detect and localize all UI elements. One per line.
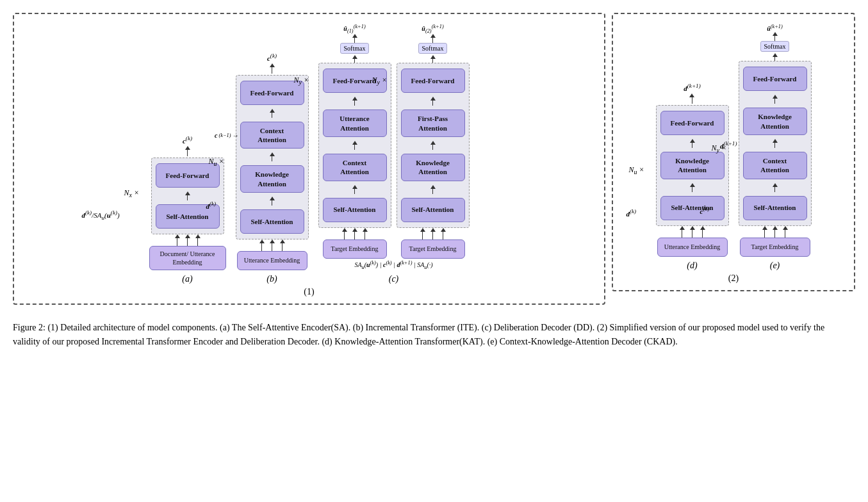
module-ff-c2: Feed-Forward <box>401 69 465 93</box>
section-2-box: d(k+1) Nu × Feed-Forward Knowledge Atten… <box>612 13 855 291</box>
module-utt-att-c1: Utterance Attention <box>323 109 387 137</box>
stack-a: Feed-Forward Self-Attention <box>151 158 224 234</box>
softmax-c1: Softmax <box>340 43 370 54</box>
module-knowledge-b: Knowledge Attention <box>240 165 304 193</box>
module-context-b: Context Attention <box>240 122 304 149</box>
input-labels-c: SAu(u(k)) | c(k) | d(k+1) | SAu(·) <box>318 260 470 270</box>
letter-b: (b) <box>266 274 277 284</box>
ny-label-c1: Ny × <box>294 76 309 86</box>
nu-label-b: Nu × <box>209 157 224 167</box>
arrow-out-a <box>185 146 190 156</box>
module-sa-c2: Self-Attention <box>401 198 465 222</box>
output-label-d: d(k+1) <box>684 83 700 92</box>
input-label-a: d(k)/SAu(u(k)) <box>82 209 120 221</box>
diagrams-row: c(k) Nx × Feed-Forward <box>13 13 855 305</box>
diagram-b: c(k) Nu × Feed-Forward <box>236 53 309 284</box>
input-label-e-d: d(k+1) <box>720 140 737 150</box>
diagram-e: û(k+1) Softmax Ny × Feed-Forward Knowled… <box>739 24 812 271</box>
stack-d: Feed-Forward Knowledge Attention Self-At… <box>656 105 729 226</box>
module-knowledge-e: Knowledge Attention <box>743 108 807 135</box>
group-num-1: (1) <box>304 287 314 297</box>
diagrams-inner-1: c(k) Nx × Feed-Forward <box>20 24 598 284</box>
module-sa-c1: Self-Attention <box>323 198 387 222</box>
module-ctx-c1: Context Attention <box>323 154 387 181</box>
input-label-d: d(k) <box>626 208 637 218</box>
nx-label-a: Nx × <box>124 188 140 198</box>
output-label-b: c(k) <box>267 53 277 62</box>
output-label-a: c(k) <box>183 135 192 145</box>
module-sa-e: Self-Attention <box>743 196 807 220</box>
output-label-c2: û(2)(k+1) <box>422 24 443 34</box>
stack-c2: Feed-Forward First-Pass Attention Knowle… <box>397 63 470 227</box>
stack-c1: Feed-Forward Utterance Attention Context… <box>318 63 391 227</box>
input-label-e-c: c(k) <box>700 206 710 215</box>
module-context-e: Context Attention <box>743 152 807 179</box>
embed-e: Target Embedding <box>740 238 810 257</box>
input-label-b: d(k) <box>206 200 217 210</box>
letter-e: (e) <box>770 261 780 271</box>
letter-c: (c) <box>389 274 399 284</box>
output-label-e: û(k+1) <box>767 24 783 32</box>
section-1-box: c(k) Nx × Feed-Forward <box>13 13 605 305</box>
stack-e: Feed-Forward Knowledge Attention Context… <box>739 61 812 225</box>
softmax-c2: Softmax <box>418 43 448 54</box>
embed-d: Utterance Embedding <box>657 238 728 257</box>
group-num-2: (2) <box>728 273 739 284</box>
embed-a: Document/ Utterance Embedding <box>149 246 226 270</box>
module-knowledge-c2: Knowledge Attention <box>401 154 465 181</box>
letter-d: (d) <box>687 261 697 271</box>
embed-c2: Target Embedding <box>401 239 465 259</box>
diagram-c: û(1)(k+1) Softmax Ny × Feed-Forward Utte… <box>318 24 470 284</box>
stack-b: Feed-Forward c(k−1) → Context Attention <box>236 75 309 239</box>
embed-c1: Target Embedding <box>323 239 387 259</box>
diagrams-inner-2: d(k+1) Nu × Feed-Forward Knowledge Atten… <box>619 24 848 271</box>
module-first-pass-c2: First-Pass Attention <box>401 109 465 137</box>
embed-b: Utterance Embedding <box>237 251 307 270</box>
letter-a: (a) <box>182 274 192 284</box>
module-ff-e: Feed-Forward <box>743 67 807 91</box>
nu-label-d: Nu × <box>629 165 644 175</box>
context-input-label-b: c(k−1) → <box>215 131 238 138</box>
main-container: c(k) Nx × Feed-Forward <box>13 13 855 350</box>
ny-label-c2: Ny × <box>372 76 388 86</box>
output-label-c1: û(1)(k+1) <box>343 24 365 34</box>
module-sa-d: Self-Attention <box>660 196 725 220</box>
module-sa-b: Self-Attention <box>240 209 304 234</box>
diagram-d: d(k+1) Nu × Feed-Forward Knowledge Atten… <box>656 83 729 270</box>
softmax-e: Softmax <box>760 41 790 52</box>
figure-caption: Figure 2: (1) Detailed architecture of m… <box>13 321 852 350</box>
module-knowledge-d: Knowledge Attention <box>660 152 725 179</box>
module-ff-d: Feed-Forward <box>660 111 725 135</box>
